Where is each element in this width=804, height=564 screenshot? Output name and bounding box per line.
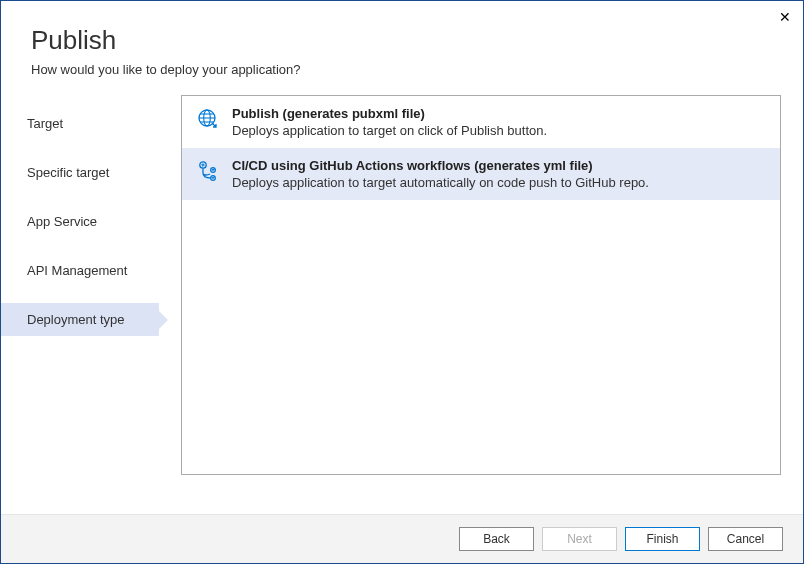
wizard-sidebar: Target Specific target App Service API M… [1, 95, 159, 475]
close-icon[interactable]: ✕ [779, 9, 791, 25]
sidebar-item-label: App Service [27, 214, 97, 229]
sidebar-item-label: Specific target [27, 165, 109, 180]
option-title: CI/CD using GitHub Actions workflows (ge… [232, 158, 766, 173]
option-text: Publish (generates pubxml file) Deploys … [232, 106, 766, 138]
sidebar-item-app-service[interactable]: App Service [1, 205, 159, 238]
cancel-button[interactable]: Cancel [708, 527, 783, 551]
page-title: Publish [31, 25, 773, 56]
sidebar-item-api-management[interactable]: API Management [1, 254, 159, 287]
option-desc: Deploys application to target on click o… [232, 123, 766, 138]
options-panel: Publish (generates pubxml file) Deploys … [181, 95, 781, 475]
dialog-footer: Back Next Finish Cancel [1, 514, 803, 563]
sidebar-item-specific-target[interactable]: Specific target [1, 156, 159, 189]
option-text: CI/CD using GitHub Actions workflows (ge… [232, 158, 766, 190]
globe-publish-icon [196, 106, 220, 138]
finish-button[interactable]: Finish [625, 527, 700, 551]
sidebar-item-label: Deployment type [27, 312, 125, 327]
next-button: Next [542, 527, 617, 551]
option-publish[interactable]: Publish (generates pubxml file) Deploys … [182, 96, 780, 148]
page-subtitle: How would you like to deploy your applic… [31, 62, 773, 77]
sidebar-item-target[interactable]: Target [1, 107, 159, 140]
back-button[interactable]: Back [459, 527, 534, 551]
workflow-icon [196, 158, 220, 190]
option-title: Publish (generates pubxml file) [232, 106, 766, 121]
sidebar-item-label: Target [27, 116, 63, 131]
option-cicd-github-actions[interactable]: CI/CD using GitHub Actions workflows (ge… [182, 148, 780, 200]
dialog-body: Target Specific target App Service API M… [1, 95, 803, 475]
dialog-header: Publish How would you like to deploy you… [1, 1, 803, 95]
sidebar-item-label: API Management [27, 263, 127, 278]
option-desc: Deploys application to target automatica… [232, 175, 766, 190]
sidebar-item-deployment-type[interactable]: Deployment type [1, 303, 159, 336]
